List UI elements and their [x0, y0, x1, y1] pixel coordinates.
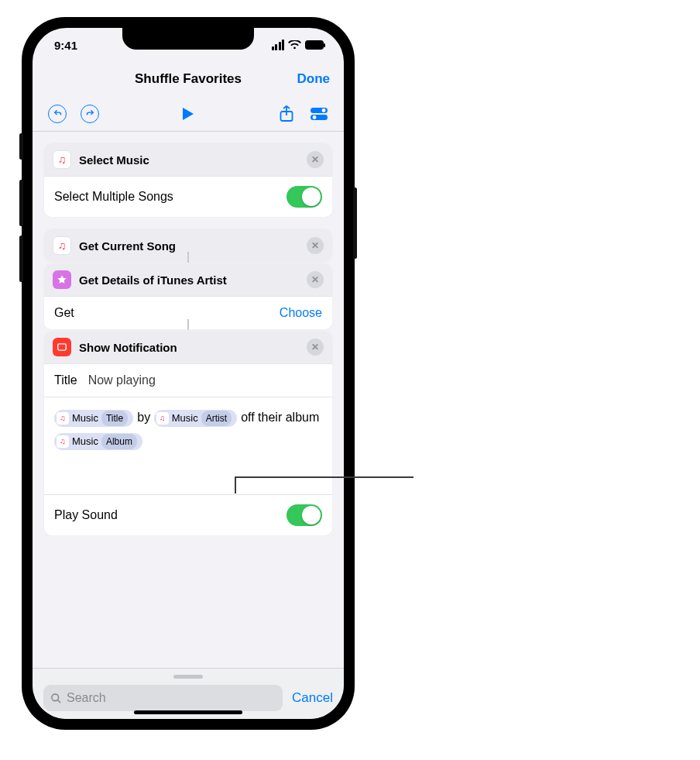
action-header[interactable]: ♫ Select Music — [44, 143, 332, 176]
variable-source: Music — [72, 411, 98, 426]
power-button — [353, 187, 357, 259]
play-icon — [182, 107, 194, 121]
shortcut-editor[interactable]: ♫ Select Music Select Multiple Songs ♫ G… — [33, 132, 344, 648]
action-title: Get Details of iTunes Artist — [79, 273, 299, 287]
music-mini-icon: ♫ — [156, 412, 169, 425]
share-button[interactable] — [276, 103, 297, 125]
search-icon — [50, 693, 62, 704]
settings-button[interactable] — [308, 103, 330, 125]
notification-title-field[interactable]: Now playing — [88, 373, 156, 387]
cellular-signal-icon — [272, 40, 285, 50]
settings-icon — [310, 107, 328, 121]
variable-attr: Artist — [201, 411, 232, 426]
select-multiple-songs-toggle[interactable] — [287, 186, 322, 208]
row-label: Select Multiple Songs — [54, 190, 287, 204]
remove-action-button[interactable] — [307, 271, 324, 288]
action-header[interactable]: Get Details of iTunes Artist — [44, 263, 332, 296]
play-sound-row: Play Sound — [44, 494, 332, 535]
body-text: by — [137, 411, 153, 424]
screen: 9:41 Shuffle Favorites Done — [33, 28, 344, 719]
silent-switch — [19, 133, 23, 160]
action-show-notification: Show Notification Title Now playing ♫ Mu… — [43, 330, 333, 536]
select-multiple-songs-row: Select Multiple Songs — [44, 176, 332, 217]
volume-up — [19, 180, 23, 226]
variable-token-music-title[interactable]: ♫ Music Title — [54, 410, 133, 427]
flow-connector — [187, 319, 189, 330]
itunes-star-icon — [53, 270, 71, 289]
notification-title-row: Title Now playing — [44, 363, 332, 397]
navigation-bar: Shuffle Favorites Done — [33, 62, 344, 96]
body-text: off their album — [241, 411, 319, 424]
search-input[interactable]: Search — [43, 685, 283, 711]
play-sound-toggle[interactable] — [287, 504, 322, 526]
battery-icon — [305, 40, 324, 50]
svg-point-2 — [322, 108, 326, 112]
page-title: Shuffle Favorites — [135, 71, 242, 87]
variable-attr: Title — [101, 411, 128, 426]
music-mini-icon: ♫ — [57, 435, 69, 448]
redo-icon — [81, 105, 99, 123]
drawer-grabber[interactable] — [173, 675, 203, 679]
status-time: 9:41 — [54, 39, 77, 52]
svg-point-4 — [313, 115, 317, 119]
redo-button[interactable] — [79, 103, 101, 125]
undo-icon — [48, 105, 67, 123]
row-label: Get — [54, 306, 280, 320]
flow-connector — [187, 252, 189, 263]
home-indicator[interactable] — [134, 710, 242, 714]
search-placeholder: Search — [67, 691, 106, 705]
action-title: Select Music — [79, 153, 299, 167]
remove-action-button[interactable] — [307, 237, 324, 254]
volume-down — [19, 236, 23, 282]
variable-source: Music — [72, 434, 98, 449]
notch — [122, 28, 254, 50]
done-button[interactable]: Done — [297, 71, 331, 87]
remove-action-button[interactable] — [307, 339, 324, 356]
music-mini-icon: ♫ — [57, 412, 69, 425]
run-button[interactable] — [177, 103, 199, 125]
title-label: Title — [54, 373, 77, 387]
callout-line — [235, 476, 413, 478]
action-select-music: ♫ Select Music Select Multiple Songs — [43, 143, 333, 218]
svg-rect-5 — [58, 344, 67, 350]
choose-detail-button[interactable]: Choose — [280, 306, 322, 320]
device-frame: 9:41 Shuffle Favorites Done — [22, 17, 355, 730]
music-app-icon: ♫ — [53, 236, 71, 255]
action-header[interactable]: Show Notification — [44, 331, 332, 363]
wifi-icon — [288, 40, 301, 50]
action-title: Show Notification — [79, 341, 299, 354]
variable-token-music-artist[interactable]: ♫ Music Artist — [154, 410, 237, 427]
variable-attr: Album — [101, 434, 137, 449]
share-icon — [280, 105, 293, 122]
notification-app-icon — [53, 338, 71, 356]
editor-toolbar — [33, 96, 344, 132]
svg-point-6 — [52, 693, 59, 700]
cancel-button[interactable]: Cancel — [292, 690, 333, 706]
variable-token-music-album[interactable]: ♫ Music Album — [54, 433, 142, 450]
music-app-icon: ♫ — [53, 150, 71, 169]
notification-body-field[interactable]: ♫ Music Title by ♫ Music Artist off thei… — [44, 397, 332, 494]
variable-source: Music — [172, 411, 198, 426]
row-label: Play Sound — [54, 508, 287, 522]
remove-action-button[interactable] — [307, 151, 324, 168]
action-title: Get Current Song — [79, 239, 299, 253]
undo-button[interactable] — [46, 103, 68, 125]
